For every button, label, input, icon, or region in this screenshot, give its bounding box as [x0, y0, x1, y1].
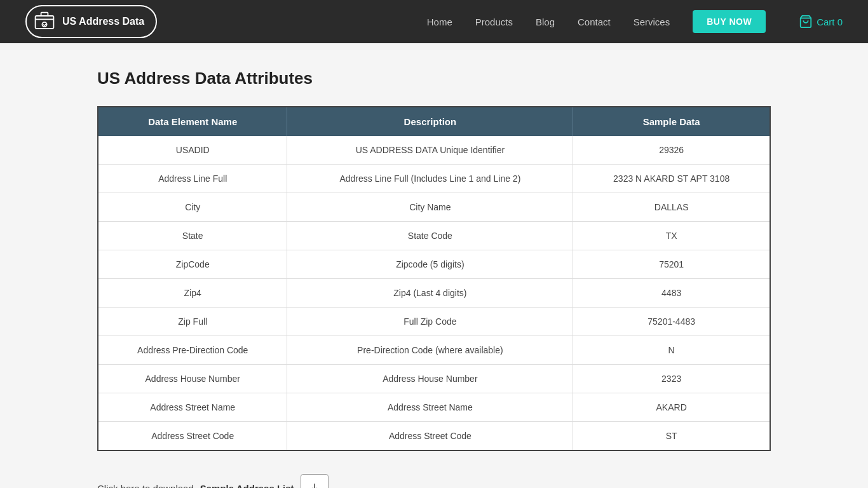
- table-row: Address Street Code Address Street Code …: [98, 422, 770, 451]
- cell-desc: Address House Number: [287, 365, 573, 393]
- table-body: USADID US ADDRESS DATA Unique Identifier…: [98, 136, 770, 451]
- cart-button[interactable]: Cart 0: [799, 15, 843, 29]
- nav-contact[interactable]: Contact: [578, 17, 611, 27]
- table-row: Address Pre-Direction Code Pre-Direction…: [98, 336, 770, 365]
- col-header-desc: Description: [287, 107, 573, 136]
- svg-rect-1: [41, 13, 48, 16]
- cell-sample: 29326: [573, 136, 770, 165]
- table-header: Data Element Name Description Sample Dat…: [98, 107, 770, 136]
- col-header-name: Data Element Name: [98, 107, 287, 136]
- cell-desc: Address Street Code: [287, 422, 573, 451]
- table-row: State State Code TX: [98, 222, 770, 250]
- cell-name: Address Line Full: [98, 165, 287, 193]
- cell-name: City: [98, 193, 287, 222]
- download-icon: [309, 482, 320, 488]
- cell-sample: 4483: [573, 279, 770, 308]
- cell-name: USADID: [98, 136, 287, 165]
- download-section: Click here to download Sample Address Li…: [97, 474, 771, 488]
- table-row: Address Street Name Address Street Name …: [98, 393, 770, 422]
- table-row: Zip4 Zip4 (Last 4 digits) 4483: [98, 279, 770, 308]
- cell-desc: City Name: [287, 193, 573, 222]
- cell-name: Address Pre-Direction Code: [98, 336, 287, 365]
- cell-desc: Zipcode (5 digits): [287, 250, 573, 279]
- nav-services[interactable]: Services: [634, 17, 670, 27]
- download-button[interactable]: [301, 474, 329, 488]
- logo-text: US Address Data: [62, 16, 144, 27]
- cell-desc: Address Line Full (Includes Line 1 and L…: [287, 165, 573, 193]
- table-row: USADID US ADDRESS DATA Unique Identifier…: [98, 136, 770, 165]
- cell-sample: AKARD: [573, 393, 770, 422]
- cell-desc: Address Street Name: [287, 393, 573, 422]
- cell-name: Address Street Code: [98, 422, 287, 451]
- attributes-table: Data Element Name Description Sample Dat…: [97, 106, 771, 451]
- cell-sample: 2323: [573, 365, 770, 393]
- table-row: Address Line Full Address Line Full (Inc…: [98, 165, 770, 193]
- cell-sample: ST: [573, 422, 770, 451]
- nav-blog[interactable]: Blog: [536, 17, 555, 27]
- table-row: City City Name DALLAS: [98, 193, 770, 222]
- cell-desc: Full Zip Code: [287, 308, 573, 336]
- cart-icon: [799, 15, 813, 29]
- nav-products[interactable]: Products: [475, 17, 513, 27]
- cell-sample: DALLAS: [573, 193, 770, 222]
- nav-links: Home Products Blog Contact Services BUY …: [427, 10, 843, 33]
- cell-desc: Zip4 (Last 4 digits): [287, 279, 573, 308]
- table-row: Address House Number Address House Numbe…: [98, 365, 770, 393]
- cell-desc: State Code: [287, 222, 573, 250]
- buy-now-button[interactable]: BUY NOW: [693, 10, 766, 33]
- cell-name: Zip4: [98, 279, 287, 308]
- cart-label: Cart 0: [817, 17, 843, 27]
- cell-name: ZipCode: [98, 250, 287, 279]
- cell-name: Address House Number: [98, 365, 287, 393]
- page-title: US Address Data Attributes: [97, 69, 771, 88]
- cell-name: Address Street Name: [98, 393, 287, 422]
- cell-name: State: [98, 222, 287, 250]
- cell-sample: N: [573, 336, 770, 365]
- cell-sample: 75201: [573, 250, 770, 279]
- table-row: ZipCode Zipcode (5 digits) 75201: [98, 250, 770, 279]
- logo[interactable]: US Address Data: [25, 5, 157, 38]
- cell-desc: US ADDRESS DATA Unique Identifier: [287, 136, 573, 165]
- cell-sample: TX: [573, 222, 770, 250]
- cell-desc: Pre-Direction Code (where available): [287, 336, 573, 365]
- download-text: Click here to download: [97, 483, 194, 489]
- table-row: Zip Full Full Zip Code 75201-4483: [98, 308, 770, 336]
- cell-sample: 2323 N AKARD ST APT 3108: [573, 165, 770, 193]
- cell-sample: 75201-4483: [573, 308, 770, 336]
- cell-name: Zip Full: [98, 308, 287, 336]
- download-link[interactable]: Sample Address List: [200, 483, 294, 489]
- navbar: US Address Data Home Products Blog Conta…: [0, 0, 868, 43]
- col-header-sample: Sample Data: [573, 107, 770, 136]
- nav-home[interactable]: Home: [427, 17, 452, 27]
- logo-icon: [33, 10, 56, 33]
- main-content: US Address Data Attributes Data Element …: [85, 43, 783, 488]
